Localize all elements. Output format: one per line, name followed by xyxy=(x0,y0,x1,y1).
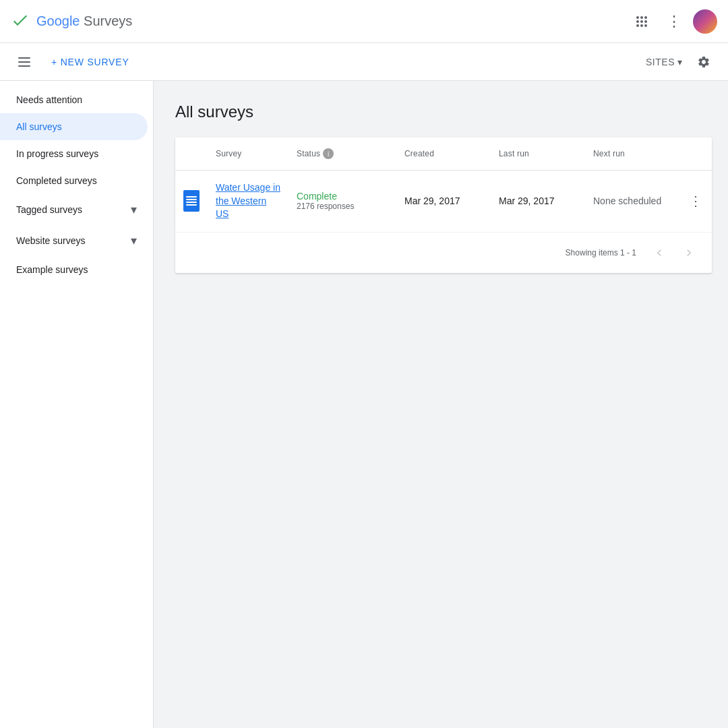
chevron-right-icon xyxy=(682,246,696,260)
th-last-run: Last run xyxy=(491,138,585,170)
last-run-date: Mar 29, 2017 xyxy=(499,195,555,206)
settings-button[interactable] xyxy=(690,49,717,75)
surveys-table-card: Survey Status i Created Last run Next ru… xyxy=(175,138,712,273)
td-more-actions: ⋮ xyxy=(679,178,712,224)
td-status: Complete 2176 responses xyxy=(289,180,396,222)
sites-label: SITES xyxy=(646,57,675,67)
pagination: Showing items 1 - 1 xyxy=(175,233,712,273)
sidebar-item-website[interactable]: Website surveys ▾ xyxy=(0,225,153,256)
td-next-run: None scheduled xyxy=(585,185,679,217)
hamburger-button[interactable] xyxy=(11,49,38,75)
avatar[interactable] xyxy=(693,9,717,34)
status-info-icon[interactable]: i xyxy=(323,148,334,159)
th-status: Status i xyxy=(289,138,396,170)
main-layout: Needs attention All surveys In progress … xyxy=(0,81,728,728)
sidebar-item-completed[interactable]: Completed surveys xyxy=(0,167,153,194)
sidebar-item-tagged[interactable]: Tagged surveys ▾ xyxy=(0,194,153,225)
sidebar-item-all-surveys[interactable]: All surveys xyxy=(0,113,148,140)
status-label: Complete xyxy=(297,191,388,202)
new-survey-button[interactable]: + NEW SURVEY xyxy=(49,51,132,73)
td-last-run: Mar 29, 2017 xyxy=(491,185,585,217)
row-more-button[interactable]: ⋮ xyxy=(688,189,704,213)
chevron-left-icon xyxy=(653,246,666,260)
svg-rect-0 xyxy=(18,57,30,59)
pagination-prev-button[interactable] xyxy=(647,241,671,265)
chevron-down-icon: ▾ xyxy=(131,233,137,248)
topbar-icons: ⋮ xyxy=(628,8,717,35)
created-date: Mar 29, 2017 xyxy=(404,195,460,206)
next-run-value: None scheduled xyxy=(593,195,661,206)
td-survey-name: Water Usage in the Western US xyxy=(208,171,289,232)
secondbar-right: SITES ▾ xyxy=(643,49,717,75)
logo-area: Google Surveys xyxy=(11,12,628,31)
table-row: Water Usage in the Western US Complete 2… xyxy=(175,171,712,233)
sites-dropdown-icon: ▾ xyxy=(677,57,682,67)
gear-icon xyxy=(697,55,710,69)
grid-dots-icon xyxy=(636,16,647,27)
content-area: All surveys Survey Status i Created Last… xyxy=(154,81,728,728)
pagination-next-button[interactable] xyxy=(677,241,701,265)
chevron-down-icon: ▾ xyxy=(131,202,137,217)
sidebar-item-needs-attention[interactable]: Needs attention xyxy=(0,86,153,113)
grid-apps-button[interactable] xyxy=(628,8,655,35)
hamburger-icon xyxy=(18,57,30,67)
sidebar: Needs attention All surveys In progress … xyxy=(0,81,154,728)
th-created: Created xyxy=(396,138,491,170)
sites-button[interactable]: SITES ▾ xyxy=(643,54,685,70)
survey-name-link[interactable]: Water Usage in the Western US xyxy=(216,182,280,219)
logo-text: Google Surveys xyxy=(36,13,132,29)
svg-rect-2 xyxy=(18,65,30,67)
status-sub: 2176 responses xyxy=(297,202,388,211)
more-options-button[interactable]: ⋮ xyxy=(661,8,688,35)
table-header: Survey Status i Created Last run Next ru… xyxy=(175,138,712,171)
sidebar-item-example[interactable]: Example surveys xyxy=(0,256,153,283)
th-next-run: Next run xyxy=(585,138,679,170)
th-survey: Survey xyxy=(208,138,289,170)
th-icon xyxy=(175,138,208,170)
survey-doc-icon xyxy=(183,190,200,212)
th-actions xyxy=(679,138,712,170)
pagination-showing: Showing items 1 - 1 xyxy=(566,248,636,257)
td-icon xyxy=(175,179,208,222)
topbar: Google Surveys ⋮ xyxy=(0,0,728,43)
secondbar: + NEW SURVEY SITES ▾ xyxy=(0,43,728,81)
check-icon xyxy=(11,12,30,31)
page-title: All surveys xyxy=(175,102,712,121)
td-created: Mar 29, 2017 xyxy=(396,185,491,217)
svg-rect-1 xyxy=(18,61,30,63)
sidebar-item-in-progress[interactable]: In progress surveys xyxy=(0,140,153,167)
